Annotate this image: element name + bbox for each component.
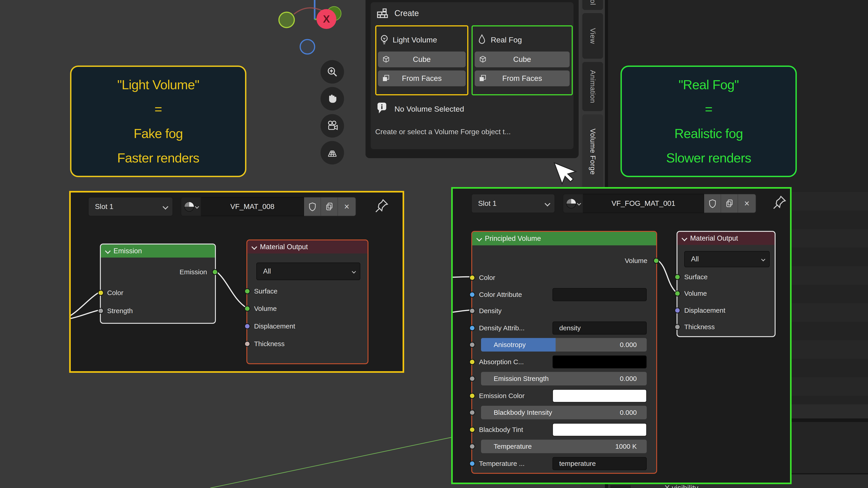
color-input-label: Color bbox=[479, 274, 495, 282]
blackbody-tint-socket[interactable] bbox=[469, 427, 475, 433]
real-fog-group: Real Fog Cube From Faces bbox=[471, 25, 573, 95]
density-attribute-label: Density Attrib... bbox=[479, 324, 525, 332]
light-volume-label: Light Volume bbox=[393, 35, 437, 44]
density-input-socket[interactable] bbox=[469, 308, 475, 314]
light-volume-cube-button[interactable]: Cube bbox=[378, 52, 466, 67]
volume-input-socket[interactable] bbox=[244, 306, 250, 312]
color-attribute-socket[interactable] bbox=[469, 292, 475, 297]
emission-strength-value: 0.000 bbox=[620, 375, 637, 383]
create-section: Create Light Volume Cube bbox=[371, 2, 574, 149]
grid-ortho-button[interactable] bbox=[320, 141, 344, 164]
material-sphere-icon bbox=[184, 201, 195, 212]
material-slot-dropdown[interactable]: Slot 1 bbox=[88, 197, 173, 216]
real-fog-from-faces-button[interactable]: From Faces bbox=[475, 70, 569, 86]
anisotropy-socket[interactable] bbox=[469, 342, 475, 348]
volume-output-label: Volume bbox=[625, 257, 647, 265]
blackbody-tint-swatch[interactable] bbox=[553, 423, 647, 436]
color-input-socket[interactable] bbox=[469, 275, 475, 281]
blender-window: ol View Animation Volume Forge X bbox=[0, 0, 868, 488]
emission-color-label: Emission Color bbox=[479, 392, 525, 400]
output-target-dropdown[interactable]: All bbox=[256, 263, 360, 280]
fake-user-button[interactable] bbox=[304, 197, 320, 216]
blackbody-intensity-label: Blackbody Intensity bbox=[494, 409, 552, 416]
volume-input-socket[interactable] bbox=[675, 291, 680, 296]
volume-output-socket[interactable] bbox=[653, 258, 659, 264]
copy-material-button[interactable] bbox=[320, 197, 338, 216]
blackbody-intensity-socket[interactable] bbox=[469, 410, 475, 416]
color-attribute-field[interactable] bbox=[553, 288, 647, 301]
density-attribute-socket[interactable] bbox=[469, 325, 475, 331]
anisotropy-value: 0.000 bbox=[620, 341, 637, 349]
info-icon bbox=[376, 101, 388, 115]
pan-button[interactable] bbox=[320, 87, 344, 110]
hint-text: Create or select a Volume Forge object t… bbox=[375, 128, 510, 136]
light-volume-from-faces-button[interactable]: From Faces bbox=[378, 70, 466, 86]
absorption-color-socket[interactable] bbox=[469, 359, 475, 365]
principled-volume-node[interactable]: Principled Volume Volume Color Color Att… bbox=[471, 231, 657, 474]
output-target-value: All bbox=[263, 267, 271, 275]
camera-view-button[interactable] bbox=[320, 114, 344, 138]
light-bulb-icon bbox=[379, 34, 390, 46]
material-name: VF_FOG_MAT_001 bbox=[612, 199, 675, 207]
temperature-attribute-value: temperature bbox=[559, 460, 596, 467]
material-browse-button[interactable] bbox=[563, 194, 583, 213]
thickness-input-label: Thickness bbox=[684, 323, 715, 331]
from-faces-icon bbox=[381, 73, 391, 84]
copy-icon bbox=[725, 199, 734, 208]
create-icon bbox=[376, 8, 389, 21]
real-fog-cube-button[interactable]: Cube bbox=[475, 52, 569, 67]
absorption-color-swatch[interactable] bbox=[553, 355, 647, 368]
temperature-slider[interactable]: Temperature 1000 K bbox=[481, 440, 647, 453]
thickness-input-socket[interactable] bbox=[675, 324, 680, 330]
temperature-socket[interactable] bbox=[469, 444, 475, 449]
displacement-input-socket[interactable] bbox=[675, 307, 680, 313]
surface-input-socket[interactable] bbox=[244, 288, 250, 294]
color-input-socket[interactable] bbox=[98, 290, 104, 296]
real-fog-callout: "Real Fog" = Realistic fog Slower render… bbox=[620, 66, 797, 177]
emission-strength-socket[interactable] bbox=[469, 376, 475, 382]
unlink-material-button[interactable]: × bbox=[338, 197, 355, 216]
material-output-node[interactable]: Material Output All Surface Volume Displ… bbox=[246, 239, 368, 364]
fake-user-button[interactable] bbox=[704, 194, 721, 213]
blackbody-intensity-slider[interactable]: Blackbody Intensity 0.000 bbox=[481, 406, 647, 419]
strength-input-socket[interactable] bbox=[98, 308, 104, 314]
from-faces-button-label: From Faces bbox=[502, 74, 542, 83]
copy-icon bbox=[325, 202, 334, 212]
chevron-down-icon bbox=[352, 269, 356, 273]
emission-output-socket[interactable] bbox=[212, 269, 218, 275]
copy-material-button[interactable] bbox=[721, 194, 738, 213]
density-attribute-field[interactable]: density bbox=[553, 322, 647, 335]
material-output-node[interactable]: Material Output All Surface Volume Displ… bbox=[677, 231, 776, 337]
volume-input-label: Volume bbox=[254, 305, 277, 313]
gizmo-y-ball[interactable] bbox=[279, 12, 294, 28]
zoom-button[interactable] bbox=[320, 60, 344, 84]
clipped-bottom-widget bbox=[610, 485, 631, 488]
emission-strength-slider[interactable]: Emission Strength 0.000 bbox=[481, 372, 647, 385]
surface-input-socket[interactable] bbox=[675, 274, 680, 280]
chevron-down-icon bbox=[195, 204, 199, 208]
material-name-field[interactable]: VF_FOG_MAT_001 bbox=[583, 194, 704, 213]
gizmo-z-ball[interactable] bbox=[300, 39, 315, 54]
material-slot-dropdown[interactable]: Slot 1 bbox=[471, 194, 555, 213]
material-browse-button[interactable] bbox=[181, 197, 201, 216]
anisotropy-slider[interactable]: Anisotropy 0.000 bbox=[481, 338, 647, 352]
unlink-material-button[interactable]: × bbox=[738, 194, 756, 213]
collapse-chevron-icon bbox=[105, 248, 111, 254]
slot-label: Slot 1 bbox=[478, 199, 497, 207]
material-name-field[interactable]: VF_MAT_008 bbox=[201, 197, 304, 216]
temperature-attribute-socket[interactable] bbox=[469, 461, 475, 466]
output-target-value: All bbox=[691, 255, 699, 263]
emission-color-socket[interactable] bbox=[469, 393, 475, 399]
callout-line: Slower renders bbox=[666, 151, 751, 164]
emission-node[interactable]: Emission Emission Color Strength bbox=[100, 243, 216, 324]
temperature-attribute-field[interactable]: temperature bbox=[553, 457, 647, 470]
pin-icon[interactable] bbox=[374, 198, 390, 214]
chevron-down-icon bbox=[545, 201, 550, 206]
callout-line: = bbox=[155, 103, 162, 116]
volume-input-label: Volume bbox=[684, 290, 707, 297]
pin-icon[interactable] bbox=[772, 195, 787, 211]
thickness-input-socket[interactable] bbox=[244, 341, 250, 347]
output-target-dropdown[interactable]: All bbox=[684, 251, 770, 267]
displacement-input-socket[interactable] bbox=[244, 323, 250, 329]
emission-color-swatch[interactable] bbox=[553, 389, 647, 402]
